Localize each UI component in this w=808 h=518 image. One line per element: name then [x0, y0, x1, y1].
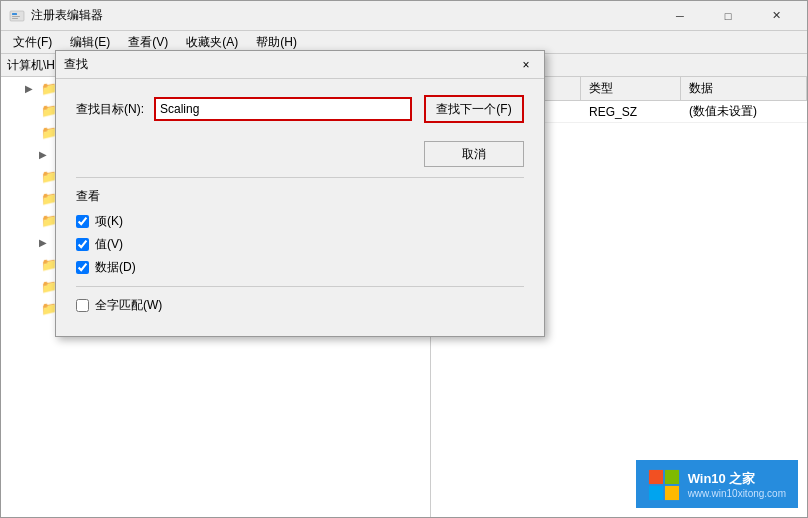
- cell-type: REG_SZ: [581, 105, 681, 119]
- dialog-close-button[interactable]: ×: [516, 55, 536, 75]
- checkbox-whole[interactable]: [76, 299, 89, 312]
- spacer-icon: [25, 303, 39, 314]
- chevron-right-icon: ▶: [39, 237, 53, 248]
- find-dialog: 查找 × 查找目标(N): 查找下一个(F) 取消 查看 项(K): [55, 50, 545, 337]
- svg-rect-6: [649, 486, 663, 500]
- window-title: 注册表编辑器: [31, 7, 103, 24]
- spacer-icon: [25, 105, 39, 116]
- checkbox-data-row: 数据(D): [76, 259, 524, 276]
- find-label: 查找目标(N):: [76, 101, 146, 118]
- col-header-type: 类型: [581, 77, 681, 100]
- cancel-button[interactable]: 取消: [424, 141, 524, 167]
- spacer-icon: [25, 215, 39, 226]
- checkbox-values-row: 值(V): [76, 236, 524, 253]
- svg-rect-3: [12, 18, 18, 19]
- svg-rect-2: [12, 16, 20, 17]
- find-input[interactable]: [154, 97, 412, 121]
- minimize-button[interactable]: ─: [657, 2, 703, 30]
- dialog-body: 查找目标(N): 查找下一个(F) 取消 查看 项(K) 值(V): [56, 79, 544, 336]
- spacer-icon: [25, 171, 39, 182]
- look-section-label: 查看: [76, 188, 524, 205]
- regedit-icon: [9, 8, 25, 24]
- title-bar-left: 注册表编辑器: [9, 7, 103, 24]
- menu-file[interactable]: 文件(F): [5, 32, 60, 53]
- find-row: 查找目标(N): 查找下一个(F): [76, 95, 524, 123]
- checkbox-items[interactable]: [76, 215, 89, 228]
- divider2: [76, 286, 524, 287]
- svg-rect-5: [665, 470, 679, 484]
- windows-logo-icon: [648, 468, 680, 502]
- watermark-title: Win10 之家: [688, 470, 786, 488]
- svg-rect-4: [649, 470, 663, 484]
- title-bar-controls: ─ □ ✕: [657, 2, 799, 30]
- dialog-title: 查找: [64, 56, 88, 73]
- divider: [76, 177, 524, 178]
- chevron-right-icon: ▶: [39, 149, 53, 160]
- watermark-text-container: Win10 之家 www.win10xitong.com: [688, 470, 786, 499]
- win10-logo: [648, 468, 680, 500]
- svg-rect-1: [12, 13, 17, 15]
- checkbox-data[interactable]: [76, 261, 89, 274]
- spacer-icon: [25, 281, 39, 292]
- checkbox-values-label[interactable]: 值(V): [95, 236, 123, 253]
- chevron-right-icon: ▶: [25, 83, 39, 94]
- cell-data: (数值未设置): [681, 103, 807, 120]
- spacer-icon: [25, 259, 39, 270]
- find-next-button[interactable]: 查找下一个(F): [424, 95, 524, 123]
- watermark-url: www.win10xitong.com: [688, 488, 786, 499]
- svg-rect-7: [665, 486, 679, 500]
- spacer-icon: [25, 127, 39, 138]
- checkbox-whole-row: 全字匹配(W): [76, 297, 524, 314]
- watermark: Win10 之家 www.win10xitong.com: [636, 460, 798, 508]
- close-button[interactable]: ✕: [753, 2, 799, 30]
- maximize-button[interactable]: □: [705, 2, 751, 30]
- col-header-data: 数据: [681, 77, 807, 100]
- checkbox-data-label[interactable]: 数据(D): [95, 259, 136, 276]
- spacer-icon: [25, 193, 39, 204]
- dialog-title-bar: 查找 ×: [56, 51, 544, 79]
- checkbox-items-label[interactable]: 项(K): [95, 213, 123, 230]
- title-bar: 注册表编辑器 ─ □ ✕: [1, 1, 807, 31]
- checkbox-values[interactable]: [76, 238, 89, 251]
- checkbox-whole-label[interactable]: 全字匹配(W): [95, 297, 162, 314]
- checkbox-items-row: 项(K): [76, 213, 524, 230]
